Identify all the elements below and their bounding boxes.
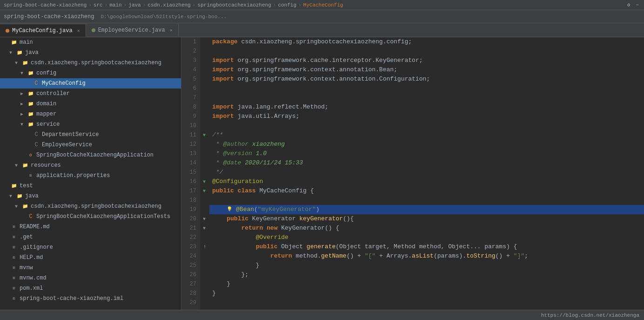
bc-springboot[interactable]: springbootcachexiaozheng (197, 2, 271, 8)
sidebar-label-package: csdn.xiaozheng.springbootcachexiaozheng (31, 60, 161, 66)
arrow-resources: ▼ (15, 163, 20, 168)
sidebar-label-appprops: application.properties (36, 172, 110, 179)
sidebar-item-test-java[interactable]: ▼ 📁 java (0, 191, 181, 201)
code-line-4: import org.springframework.context.annot… (209, 65, 644, 75)
sidebar-item-mvnwcmd[interactable]: ≡ mvnw.cmd (0, 273, 181, 283)
sidebar-item-config[interactable]: ▼ 📁 config (0, 68, 181, 78)
code-line-15: */ (209, 168, 644, 177)
breadcrumb: spring-boot-cache-xiaozheng › src › main… (4, 2, 343, 8)
sidebar-label-config: config (36, 70, 56, 76)
code-line-17: public class MyCacheConfig { (209, 186, 644, 196)
arrow-service: ▼ (20, 122, 25, 127)
sidebar-label-controller: controller (36, 90, 70, 97)
folder-icon-service: 📁 (27, 121, 34, 128)
sidebar-item-iml[interactable]: ≡ spring-boot-cache-xiaozheng.iml (0, 293, 181, 304)
sidebar-item-main[interactable]: 📁 main (0, 37, 181, 48)
sidebar-item-test[interactable]: 📁 test (0, 181, 181, 191)
sidebar-label-iml: spring-boot-cache-xiaozheng.iml (20, 295, 123, 302)
bc-src[interactable]: src (94, 2, 103, 8)
minimize-icon[interactable]: − (634, 2, 640, 8)
status-bar: https://blog.csdn.net/xiaozhenga (0, 310, 644, 320)
sidebar-label-pomxml: pom.xml (20, 285, 43, 292)
line-numbers: 12345 678910 1112131415 1617181920 21222… (181, 37, 200, 310)
sidebar-label-domain: domain (36, 101, 56, 107)
sidebar-item-package[interactable]: ▼ 📁 csdn.xiaozheng.springbootcachexiaozh… (0, 58, 181, 68)
sidebar-label-service: service (36, 121, 60, 128)
sidebar-label-apptests: SpringBootCacheXiaozhengApplicationTests (36, 213, 170, 220)
bc-mycacheconfig[interactable]: MyCacheConfig (303, 2, 343, 8)
folder-icon-controller: 📁 (27, 90, 34, 97)
bc-csdn[interactable]: csdn.xiaozheng (148, 2, 190, 8)
file-icon-iml: ≡ (10, 295, 18, 302)
code-line-13: * @version 1.0 (209, 149, 644, 158)
sidebar-item-mycacheconfig[interactable]: C MyCacheConfig (0, 78, 181, 89)
sidebar-item-departmentservice[interactable]: C DepartmentService (0, 129, 181, 140)
tab-close-employeeservice[interactable]: ✕ (170, 27, 173, 33)
bc-main[interactable]: main (109, 2, 121, 8)
fold-icon-17[interactable]: ▼ (200, 186, 209, 196)
sidebar-item-helpmd[interactable]: ≡ HELP.md (0, 252, 181, 263)
file-icon-mvnwcmd: ≡ (10, 274, 18, 282)
sidebar-label-springbootapp: SpringBootCacheXiaozhengApplication (36, 152, 154, 158)
code-content[interactable]: package csdn.xiaozheng.springbootcachexi… (209, 37, 644, 310)
code-line-10 (209, 121, 644, 130)
code-line-26: }; (209, 270, 644, 279)
code-line-28: } (209, 289, 644, 298)
code-line-19: 💡 @Bean("myKeyGenerator") (209, 205, 644, 214)
sidebar-item-domain[interactable]: ▶ 📁 domain (0, 99, 181, 109)
tab-label-mycacheconfig: MyCacheConfig.java (12, 27, 73, 34)
arrow-controller: ▶ (20, 91, 25, 96)
tab-close-mycacheconfig[interactable]: ✕ (77, 28, 80, 34)
sidebar-item-springbootapp[interactable]: ⚙ SpringBootCacheXiaozhengApplication (0, 150, 181, 160)
sidebar-label-test-package: csdn.xiaozheng.springbootcachexiaozheng (31, 203, 161, 210)
title-bar: spring-boot-cache-xiaozheng D:\googleDow… (0, 10, 644, 23)
sidebar-item-controller[interactable]: ▶ 📁 controller (0, 89, 181, 99)
bc-java[interactable]: java (128, 2, 141, 8)
tab-dot-orange (6, 29, 9, 33)
code-line-23: public Object generate(Object target, Me… (209, 242, 644, 252)
sidebar-item-pomxml[interactable]: ≡ pom.xml (0, 283, 181, 293)
file-icon-appprops: ≡ (27, 172, 34, 179)
arrow-test-java: ▼ (9, 194, 14, 199)
code-line-25: } (209, 261, 644, 270)
file-icon-springbootapp: ⚙ (27, 151, 34, 159)
sidebar-item-get[interactable]: ≡ .get (0, 232, 181, 242)
folder-icon-test-package: 📁 (21, 203, 29, 210)
folder-icon-test: 📁 (10, 182, 18, 190)
sidebar-item-mapper[interactable]: ▶ 📁 mapper (0, 109, 181, 119)
arrow-test-package: ▼ (15, 204, 20, 209)
folder-icon-domain: 📁 (27, 100, 34, 108)
sidebar-item-mvnw[interactable]: ≡ mvnw (0, 263, 181, 273)
sidebar-item-service[interactable]: ▼ 📁 service (0, 119, 181, 129)
sidebar-label-main: main (20, 39, 33, 46)
fold-icon-20[interactable]: ▼ (200, 214, 209, 224)
tab-mycacheconfig[interactable]: MyCacheConfig.java ✕ (0, 24, 86, 37)
arrow-mapper: ▶ (20, 111, 25, 117)
code-line-5: import org.springframework.context.annot… (209, 75, 644, 84)
sidebar-label-test: test (20, 183, 33, 189)
project-path: D:\googleDownload\52itstyle-spring-boo..… (101, 14, 227, 20)
code-line-24: return method.getName() + "[" + Arrays.a… (209, 252, 644, 261)
main-layout: 📁 main ▼ 📁 java ▼ 📁 csdn.xiaozheng.sprin… (0, 37, 644, 310)
settings-icon[interactable]: ⚙ (626, 2, 632, 8)
sidebar-item-employeeservice[interactable]: C EmployeeService (0, 140, 181, 150)
fold-icon-16[interactable]: ▼ (200, 177, 209, 186)
bc-project[interactable]: spring-boot-cache-xiaozheng (4, 2, 87, 8)
sidebar-item-gitignore[interactable]: ≡ .gitignore (0, 242, 181, 252)
sidebar-item-test-package[interactable]: ▼ 📁 csdn.xiaozheng.springbootcachexiaozh… (0, 201, 181, 211)
file-icon-mycacheconfig: C (33, 80, 40, 87)
sidebar-item-readme[interactable]: ≡ README.md (0, 222, 181, 232)
sidebar-item-java[interactable]: ▼ 📁 java (0, 48, 181, 58)
sidebar-item-resources[interactable]: ▼ 📁 resources (0, 160, 181, 170)
warn-icon-23: ! (200, 242, 209, 252)
tab-employeeservice[interactable]: EmployeeService.java ✕ (86, 24, 179, 37)
folder-icon-mapper: 📁 (27, 110, 34, 118)
sidebar-item-appprops[interactable]: ≡ application.properties (0, 170, 181, 181)
bc-config[interactable]: config (278, 2, 296, 8)
file-icon-readme: ≡ (10, 223, 18, 231)
fold-icon-21[interactable]: ▼ (200, 224, 209, 233)
tab-label-employeeservice: EmployeeService.java (98, 27, 165, 34)
sidebar-item-apptests[interactable]: C SpringBootCacheXiaozhengApplicationTes… (0, 211, 181, 222)
arrow-package: ▼ (15, 61, 20, 66)
fold-icon-11[interactable]: ▼ (200, 130, 209, 140)
